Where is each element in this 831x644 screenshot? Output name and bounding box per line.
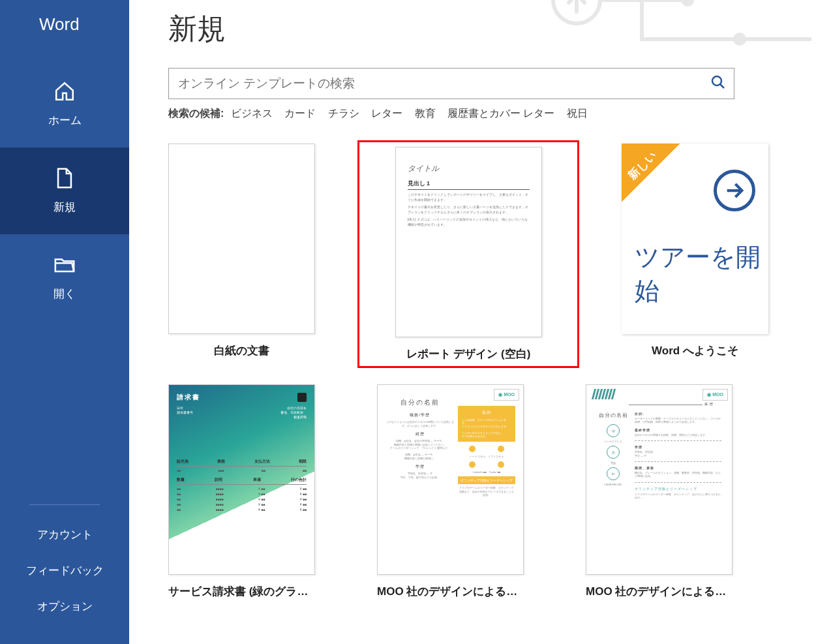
- stripes-icon: [593, 389, 614, 399]
- sidebar-item-label: 新規: [53, 200, 76, 215]
- template-card-invoice[interactable]: 請求書 日付会社の名前を 請求書番号番地、市区町村、 都道府県 販売員 業務 支…: [168, 384, 315, 599]
- sidebar-item-new[interactable]: 新規: [0, 147, 129, 234]
- app-title: Word: [0, 0, 129, 61]
- mail-icon: ✉: [607, 424, 620, 437]
- folder-open-icon: [53, 254, 76, 279]
- suggestion-link[interactable]: 履歴書とカバー レター: [447, 108, 554, 119]
- moo-logo: ◉ MOO: [494, 389, 519, 401]
- social-icon: [469, 446, 476, 452]
- thumb-title: タイトル: [408, 163, 530, 174]
- template-thumbnail: ◉ MOO 自分の名前 職務/学歴 このセクションには自分のスキルや経験について…: [377, 384, 524, 575]
- template-card-moo-resume[interactable]: ◉ MOO 自分の名前 職務/学歴 このセクションには自分のスキルや経験について…: [377, 384, 524, 599]
- template-card-welcome[interactable]: 新しい ツアーを開始 Word へようこそ: [622, 144, 768, 365]
- sidebar: Word ホーム 新規 開く アカウント フィードバック オプション: [0, 0, 129, 644]
- template-label: 白紙の文書: [214, 343, 269, 358]
- sidebar-item-home[interactable]: ホーム: [0, 61, 129, 147]
- search-icon: [710, 74, 726, 93]
- thumb-text: このテキストをクリックしてレポートのサマリーをタイプし、主要なポイント、すぐに作…: [408, 192, 530, 202]
- template-label: MOO 社のデザインによる見や…: [377, 584, 524, 599]
- sidebar-divider: [29, 504, 100, 505]
- thumb-title: 請求書: [177, 393, 307, 402]
- template-card-report[interactable]: タイトル 見出し 1 このテキストをクリックしてレポートのサマリーをタイプし、主…: [377, 144, 560, 365]
- suggestion-link[interactable]: 教育: [415, 108, 436, 119]
- phone-icon: ✆: [607, 446, 620, 459]
- suggestions-label: 検索の候補:: [168, 108, 224, 119]
- search-button[interactable]: [703, 68, 734, 99]
- new-badge: 新しい: [622, 144, 680, 202]
- template-label: レポート デザイン (空白): [406, 346, 531, 361]
- main-content: 新規 検索の候補: ビジネス カード チラシ レター 教育 履歴書とカバー レタ…: [129, 0, 831, 644]
- suggestion-link[interactable]: レター: [371, 108, 402, 119]
- sidebar-link-feedback[interactable]: フィードバック: [0, 553, 129, 589]
- arrow-right-icon: [714, 170, 755, 211]
- thumb-text: テキストの書式を変更したり、さらに新しい文書パーツを追加したりできます。オプショ…: [408, 205, 530, 215]
- template-grid: 白紙の文書 タイトル 見出し 1 このテキストをクリックしてレポートのサマリーを…: [168, 144, 805, 599]
- moo-logo: ◉ MOO: [703, 389, 728, 401]
- social-icon: [469, 461, 476, 468]
- suggestion-link[interactable]: 祝日: [567, 108, 588, 119]
- suggestion-link[interactable]: カード: [284, 108, 316, 119]
- template-card-blank[interactable]: 白紙の文書: [168, 144, 315, 365]
- social-icon: [498, 446, 504, 452]
- badge-text: 新しい: [622, 144, 666, 189]
- sidebar-item-label: 開く: [53, 286, 76, 301]
- sidebar-bottom: アカウント フィードバック オプション: [0, 504, 129, 644]
- svg-point-4: [712, 76, 721, 85]
- sidebar-link-options[interactable]: オプション: [0, 589, 129, 624]
- sidebar-link-account[interactable]: アカウント: [0, 517, 129, 553]
- page-title: 新規: [168, 10, 805, 48]
- template-thumbnail: 請求書 日付会社の名前を 請求書番号番地、市区町村、 都道府県 販売員 業務 支…: [168, 384, 315, 575]
- thumb-heading: 見出し 1: [408, 179, 530, 190]
- template-label: MOO 社のデザインによるクリエ…: [586, 584, 733, 599]
- template-thumbnail: タイトル 見出し 1 このテキストをクリックしてレポートのサマリーをタイプし、主…: [395, 147, 542, 337]
- suggestion-link[interactable]: チラシ: [328, 108, 359, 119]
- template-card-moo-creative[interactable]: ◉ MOO 履 歴 自分の名前 ✉ メールアドレス ✆ 電話 in: [586, 384, 733, 599]
- home-icon: [53, 80, 76, 105]
- linkedin-icon: in: [607, 467, 620, 480]
- template-thumbnail: ◉ MOO 履 歴 自分の名前 ✉ メールアドレス ✆ 電話 in: [586, 384, 733, 575]
- search-box: [168, 68, 734, 99]
- search-suggestions: 検索の候補: ビジネス カード チラシ レター 教育 履歴書とカバー レター 祝…: [168, 107, 805, 121]
- thumb-text: [挿入] タブには、ハイパーリンクの追加やコメントの挿入など、他にもいろいろな機…: [408, 217, 530, 227]
- template-label: Word へようこそ: [652, 343, 738, 358]
- svg-point-2: [683, 0, 692, 5]
- suggestion-link[interactable]: ビジネス: [231, 108, 273, 119]
- template-thumbnail: 新しい ツアーを開始: [622, 144, 768, 334]
- template-thumbnail: [168, 144, 315, 334]
- qr-icon: [297, 393, 307, 402]
- new-document-icon: [53, 167, 76, 192]
- template-label: サービス請求書 (緑のグラデー…: [168, 584, 315, 599]
- search-input[interactable]: [169, 76, 703, 91]
- thumb-name: 自分の名前: [385, 398, 454, 407]
- social-icon: [498, 461, 504, 468]
- sidebar-item-open[interactable]: 開く: [0, 234, 129, 321]
- thumb-text: ツアーを開始: [635, 241, 762, 308]
- sidebar-item-label: ホーム: [48, 113, 82, 128]
